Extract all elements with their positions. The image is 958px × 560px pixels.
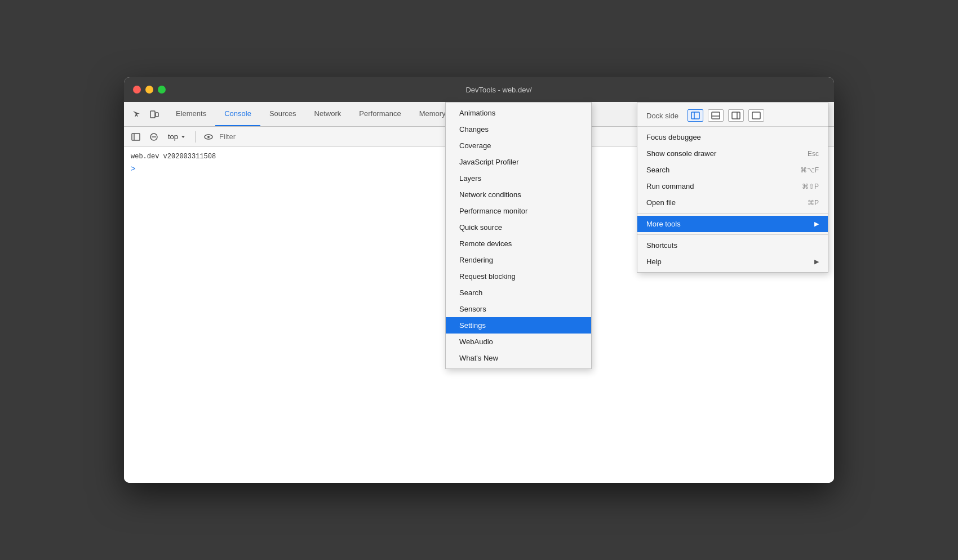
title-bar: DevTools - web.dev/ [124, 77, 834, 102]
device-toggle-button[interactable] [147, 106, 162, 122]
devtools-window: DevTools - web.dev/ E [124, 77, 834, 483]
tab-bar: Elements Console Sources Network Perform… [124, 102, 834, 127]
tab-sources[interactable]: Sources [260, 102, 305, 126]
toolbar-divider [195, 131, 196, 143]
eye-icon-button[interactable] [201, 130, 216, 144]
tab-application[interactable]: Application [455, 102, 509, 126]
more-tabs-button[interactable]: » [508, 102, 521, 126]
svg-point-3 [820, 113, 822, 115]
svg-rect-0 [150, 111, 155, 118]
tab-elements[interactable]: Elements [167, 102, 215, 126]
console-log-entry: web.dev v202003311508 [131, 152, 827, 162]
console-content: web.dev v202003311508 > [124, 147, 834, 483]
sidebar-toggle-button[interactable] [128, 130, 143, 144]
filter-input[interactable] [219, 132, 332, 141]
tab-bar-right [793, 106, 830, 123]
minimize-button[interactable] [145, 86, 153, 94]
maximize-button[interactable] [158, 86, 166, 94]
svg-point-4 [820, 116, 822, 118]
kebab-menu-button[interactable] [813, 106, 830, 123]
tabs: Elements Console Sources Network Perform… [167, 102, 521, 126]
inspect-element-button[interactable] [128, 106, 144, 122]
tab-memory[interactable]: Memory [410, 102, 455, 126]
close-button[interactable] [133, 86, 141, 94]
console-prompt[interactable]: > [131, 165, 827, 174]
window-title: DevTools - web.dev/ [172, 86, 825, 94]
svg-point-2 [820, 110, 822, 112]
tab-network[interactable]: Network [305, 102, 351, 126]
tab-console[interactable]: Console [215, 102, 260, 126]
traffic-lights [133, 86, 166, 94]
svg-rect-5 [132, 134, 140, 140]
tab-icons [128, 106, 162, 122]
tab-performance[interactable]: Performance [350, 102, 410, 126]
svg-rect-1 [156, 113, 158, 117]
console-toolbar: top [124, 127, 834, 147]
devtools-panel: Elements Console Sources Network Perform… [124, 102, 834, 483]
settings-button[interactable] [793, 106, 810, 123]
context-selector[interactable]: top [165, 131, 189, 142]
clear-console-button[interactable] [147, 130, 161, 144]
svg-point-10 [207, 136, 210, 138]
